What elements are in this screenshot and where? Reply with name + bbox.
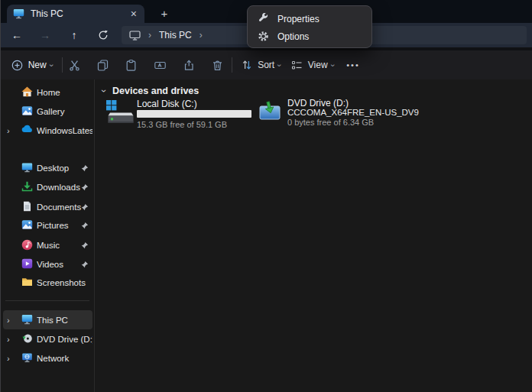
forward-button[interactable]: → — [35, 26, 55, 44]
content-area: › Devices and drives — [95, 79, 532, 392]
new-button-label: New — [28, 60, 47, 70]
drive-tile-dvd[interactable]: DVD Drive (D:) CCCOMA_X64FRE_EN-US_DV9 0… — [258, 98, 442, 131]
window-body: Home Gallery › — [1, 79, 532, 392]
dvd-drive-icon — [258, 101, 281, 122]
delete-button[interactable] — [207, 54, 228, 76]
drive-volume-label: CCCOMA_X64FRE_EN-US_DV9 — [287, 108, 419, 117]
view-button-label: View — [308, 60, 328, 70]
copy-icon — [97, 60, 109, 71]
drive-name: Local Disk (C:) — [137, 99, 197, 109]
chevron-down-icon: › — [276, 63, 284, 66]
paste-button[interactable] — [121, 54, 141, 76]
sidebar-item-desktop[interactable]: Desktop — [3, 158, 92, 177]
cut-button[interactable] — [64, 54, 85, 76]
pin-icon — [81, 241, 89, 249]
ellipsis-icon: ••• — [346, 60, 360, 70]
sidebar-item-home[interactable]: Home — [3, 83, 92, 102]
rename-icon — [154, 60, 166, 71]
breadcrumb-item-this-pc[interactable]: This PC — [159, 30, 192, 40]
sidebar-item-label: WindowsLatest - Pe — [37, 126, 92, 135]
context-menu: Properties Options — [247, 5, 372, 48]
wrench-icon — [258, 13, 269, 24]
breadcrumb-separator[interactable]: › — [200, 30, 203, 40]
file-explorer-window: This PC × + ← → ↑ › This PC › — [0, 0, 532, 392]
sidebar-item-gallery[interactable]: Gallery — [3, 102, 92, 121]
sidebar-item-network[interactable]: › Network — [3, 348, 92, 368]
paste-icon — [125, 60, 137, 71]
new-button[interactable]: New › — [7, 54, 57, 76]
sidebar-item-label: DVD Drive (D:) CCC — [37, 335, 92, 344]
menu-item-options[interactable]: Options — [248, 28, 371, 45]
sidebar-item-label: Home — [37, 88, 92, 97]
sidebar-item-downloads[interactable]: Downloads — [3, 177, 92, 196]
see-more-button[interactable]: ••• — [342, 54, 365, 76]
delete-icon — [212, 60, 223, 71]
desktop-icon — [21, 162, 33, 173]
onedrive-cloud-icon — [21, 125, 33, 136]
gear-icon — [258, 31, 269, 42]
sidebar-item-music[interactable]: Music — [3, 235, 92, 254]
command-toolbar: New › — [1, 50, 532, 80]
sort-icon — [242, 60, 252, 70]
chevron-right-icon[interactable]: › — [7, 316, 10, 325]
view-button[interactable]: View › — [288, 54, 337, 76]
copy-button[interactable] — [92, 54, 113, 76]
pin-icon — [81, 222, 89, 229]
dvd-icon — [21, 333, 33, 345]
network-icon — [21, 352, 33, 364]
sidebar-item-dvd-drive[interactable]: › DVD Drive (D:) CCC — [3, 329, 92, 348]
cut-icon — [69, 60, 80, 71]
navigation-sidebar: Home Gallery › — [1, 79, 94, 392]
pictures-icon — [21, 219, 33, 231]
disk-usage-bar — [137, 110, 251, 118]
documents-icon — [21, 201, 33, 212]
pin-icon — [81, 183, 89, 191]
up-button[interactable]: ↑ — [64, 26, 84, 44]
share-button[interactable] — [179, 54, 200, 76]
refresh-button[interactable] — [93, 26, 113, 44]
menu-item-properties[interactable]: Properties — [248, 10, 371, 28]
chevron-right-icon[interactable]: › — [7, 126, 10, 135]
drive-free-space: 15.3 GB free of 59.1 GB — [137, 120, 227, 129]
chevron-right-icon[interactable]: › — [7, 335, 10, 344]
rename-button[interactable] — [150, 54, 170, 76]
view-icon — [291, 60, 303, 71]
tab-title: This PC — [31, 8, 63, 19]
refresh-icon — [98, 30, 109, 40]
chevron-down-icon[interactable]: › — [99, 86, 109, 96]
menu-item-label: Options — [277, 31, 309, 42]
section-devices-and-drives[interactable]: › Devices and drives — [99, 84, 199, 98]
sidebar-item-label: Screenshots — [37, 278, 92, 287]
sidebar-item-onedrive[interactable]: › WindowsLatest - Pe — [3, 121, 92, 140]
sidebar-item-documents[interactable]: Documents — [3, 197, 92, 216]
sidebar-item-videos[interactable]: Videos — [3, 254, 92, 274]
music-icon — [21, 239, 33, 251]
chevron-right-icon[interactable]: › — [7, 354, 10, 363]
sort-button[interactable]: Sort › — [238, 54, 285, 76]
local-disk-icon — [104, 99, 135, 125]
videos-icon — [21, 258, 33, 270]
sidebar-item-pictures[interactable]: Pictures — [3, 215, 92, 235]
drive-free-space: 0 bytes free of 6.34 GB — [287, 118, 374, 127]
gallery-icon — [21, 105, 33, 117]
sidebar-item-label: Network — [37, 354, 92, 363]
folder-icon — [21, 277, 33, 288]
sidebar-item-this-pc[interactable]: › This PC — [3, 310, 92, 329]
breadcrumb-root-monitor-icon[interactable] — [129, 31, 141, 40]
tab-this-pc[interactable]: This PC × — [7, 5, 144, 23]
home-icon — [21, 86, 33, 98]
sort-button-label: Sort — [258, 60, 274, 70]
new-tab-button[interactable]: + — [157, 5, 172, 21]
sidebar-item-screenshots[interactable]: Screenshots — [3, 273, 92, 292]
close-tab-icon[interactable]: × — [129, 8, 138, 19]
downloads-icon — [21, 181, 33, 193]
drive-tile-local-disk[interactable]: Local Disk (C:) 15.3 GB free of 59.1 GB — [104, 98, 257, 131]
monitor-icon — [13, 8, 24, 19]
sidebar-divider — [5, 300, 89, 301]
this-pc-icon — [21, 314, 33, 326]
chevron-down-icon: › — [329, 63, 337, 66]
share-icon — [183, 60, 195, 71]
menu-item-label: Properties — [277, 14, 320, 24]
drive-name: DVD Drive (D:) — [287, 98, 349, 109]
back-button[interactable]: ← — [7, 26, 27, 44]
